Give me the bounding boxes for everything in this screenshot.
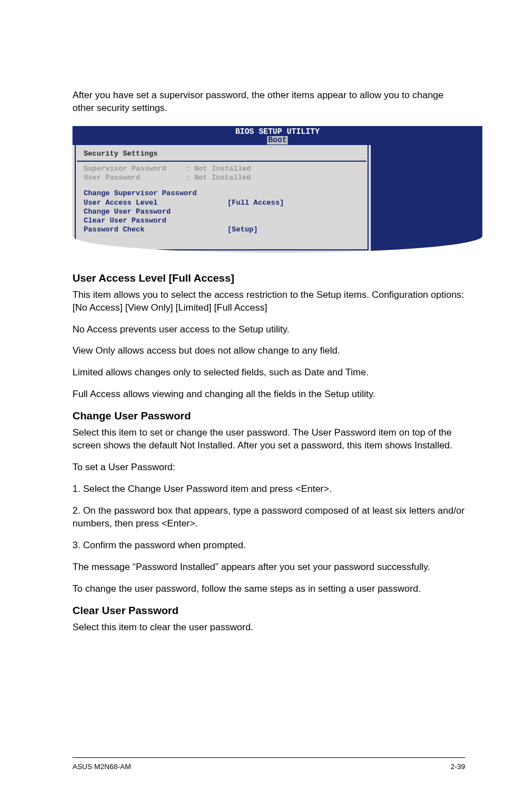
bios-password-check-row: Password Check [Setup] bbox=[84, 225, 360, 234]
bios-security-title: Security Settings bbox=[84, 149, 360, 158]
change-user-password-heading: Change User Password bbox=[72, 410, 465, 422]
bios-user-value: : Not Installed bbox=[186, 173, 251, 182]
bios-user-label: User Password bbox=[84, 173, 181, 182]
bios-header-tab: Boot bbox=[267, 136, 288, 144]
bios-clear-user: Clear User Password bbox=[84, 216, 360, 225]
bios-user-access-label: User Access Level bbox=[84, 199, 223, 207]
bios-user-access-value: [Full Access] bbox=[228, 199, 284, 207]
bios-supervisor-value: : Not Installed bbox=[186, 165, 251, 173]
user-access-level-heading: User Access Level [Full Access] bbox=[72, 272, 465, 284]
bios-header-title: BIOS SETUP UTILITY bbox=[235, 127, 320, 136]
page-footer: ASUS M2N68-AM 2-39 bbox=[72, 757, 465, 771]
footer-left: ASUS M2N68-AM bbox=[72, 762, 131, 771]
bios-change-user: Change User Password bbox=[84, 207, 360, 216]
bios-change-supervisor: Change Supervisor Password bbox=[84, 189, 360, 198]
bios-setup-screenshot: BIOS SETUP UTILITY Boot Security Setting… bbox=[72, 126, 482, 253]
bios-right-panel bbox=[371, 145, 482, 253]
step-2: 2. On the password box that appears, typ… bbox=[72, 505, 465, 530]
user-access-level-desc: This item allows you to select the acces… bbox=[72, 289, 465, 315]
password-installed-msg: The message “Password Installed” appears… bbox=[72, 561, 465, 574]
bios-password-check-value: [Setup] bbox=[228, 225, 258, 234]
step-1: 1. Select the Change User Password item … bbox=[72, 483, 465, 496]
change-user-password-desc: Select this item to set or change the us… bbox=[72, 427, 465, 452]
bios-supervisor-row: Supervisor Password : Not Installed bbox=[84, 165, 360, 173]
no-access-desc: No Access prevents user access to the Se… bbox=[72, 323, 465, 336]
change-password-followup: To change the user password, follow the … bbox=[72, 583, 465, 596]
bios-user-row: User Password : Not Installed bbox=[84, 173, 360, 182]
bios-supervisor-label: Supervisor Password bbox=[84, 165, 181, 173]
bios-password-check-label: Password Check bbox=[84, 225, 223, 234]
bios-user-access-row: User Access Level [Full Access] bbox=[84, 199, 360, 207]
limited-desc: Limited allows changes only to selected … bbox=[72, 366, 465, 379]
clear-user-password-heading: Clear User Password bbox=[72, 605, 465, 617]
footer-right: 2-39 bbox=[451, 762, 465, 771]
to-set-user-password: To set a User Password: bbox=[72, 461, 465, 474]
step-3: 3. Confirm the password when prompted. bbox=[72, 539, 465, 552]
intro-paragraph: After you have set a supervisor password… bbox=[72, 89, 465, 115]
full-access-desc: Full Access allows viewing and changing … bbox=[72, 388, 465, 401]
bios-header: BIOS SETUP UTILITY Boot bbox=[72, 126, 482, 145]
clear-user-password-desc: Select this item to clear the user passw… bbox=[72, 621, 465, 634]
view-only-desc: View Only allows access but does not all… bbox=[72, 345, 465, 357]
